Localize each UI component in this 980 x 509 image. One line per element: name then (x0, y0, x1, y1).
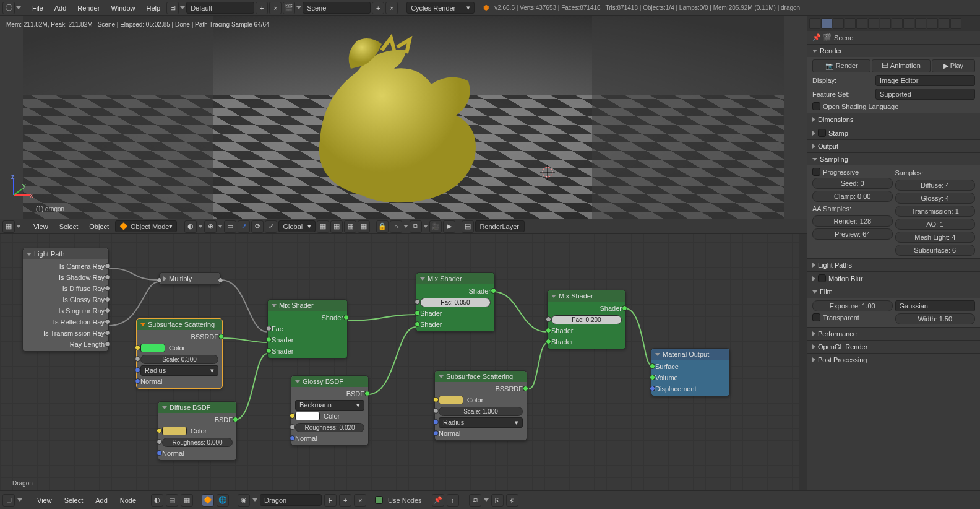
exposure-field[interactable]: Exposure: 1.00 (812, 300, 893, 311)
lock-camera-icon[interactable]: 🔒 (376, 220, 389, 233)
chevron-down-icon[interactable] (252, 498, 257, 502)
stamp-checkbox[interactable] (818, 129, 826, 137)
socket-out[interactable] (491, 288, 496, 294)
socket-out[interactable] (343, 315, 349, 320)
motionblur-checkbox[interactable] (818, 274, 826, 282)
socket-out[interactable] (105, 330, 110, 336)
socket-in[interactable] (290, 413, 295, 419)
node-mix-shader-1[interactable]: Mix Shader Shader Fac Shader Shader (267, 299, 348, 359)
tab-render-layers[interactable] (821, 18, 832, 29)
fake-user-button[interactable]: F (324, 494, 337, 507)
socket-in[interactable] (650, 375, 655, 380)
panel-film-header[interactable]: Film (807, 285, 980, 298)
transmission-samples-field[interactable]: Transmission: 1 (895, 206, 976, 217)
ne-menu-select[interactable]: Select (59, 494, 88, 507)
socket-out[interactable] (105, 319, 110, 324)
tab-world[interactable] (845, 18, 856, 29)
menu-help[interactable]: Help (142, 2, 166, 14)
scale-field[interactable]: Scale: 0.300 (140, 355, 218, 364)
socket-out[interactable] (105, 285, 110, 291)
socket-in[interactable] (546, 328, 551, 333)
tab-constraints[interactable] (868, 18, 879, 29)
orientation-select[interactable]: Global▾ (278, 220, 316, 232)
preview-samples-field[interactable]: Preview: 64 (812, 228, 893, 240)
add-layout-button[interactable]: + (256, 2, 268, 14)
tab-data[interactable] (892, 18, 903, 29)
menu-file[interactable]: File (27, 2, 48, 14)
fac-field[interactable]: Fac: 0.050 (420, 298, 491, 307)
material-icon[interactable]: ◉ (238, 494, 250, 507)
transparent-checkbox[interactable] (812, 313, 820, 321)
animation-button[interactable]: 🎞 Animation (872, 59, 930, 72)
use-nodes-checkbox[interactable] (375, 496, 383, 504)
color-swatch[interactable] (295, 412, 320, 420)
socket-out[interactable] (105, 274, 110, 280)
tab-material[interactable] (903, 18, 914, 29)
node-header[interactable]: Light Path (23, 248, 108, 259)
socket-in[interactable] (157, 277, 162, 283)
node-subsurface-scattering-2[interactable]: Subsurface Scattering BSSRDF Color Scale… (434, 370, 527, 441)
node-header[interactable]: Mix Shader (268, 300, 347, 311)
socket-out[interactable] (364, 391, 370, 396)
crumb-scene[interactable]: Scene (834, 34, 853, 41)
layer-button[interactable]: ▦ (344, 220, 356, 233)
copy-nodes-icon[interactable]: ⎘ (491, 494, 504, 507)
shading-icon[interactable]: ◐ (184, 220, 197, 233)
distribution-select[interactable]: Beckmann▾ (295, 400, 364, 411)
proportional-icon[interactable]: ○ (390, 220, 402, 233)
socket-in[interactable] (433, 397, 439, 402)
node-mix-shader-2[interactable]: Mix Shader Shader Fac: 0.050 Shader Shad… (416, 272, 495, 332)
panel-render-header[interactable]: Render (807, 45, 980, 57)
diffuse-samples-field[interactable]: Diffuse: 4 (895, 180, 976, 191)
chevron-down-icon[interactable] (16, 6, 21, 9)
play-button[interactable]: ▶ Play (932, 59, 975, 72)
socket-in[interactable] (650, 386, 655, 391)
chevron-down-icon[interactable] (16, 225, 21, 228)
manipulator-icon[interactable]: ↗ (238, 220, 250, 233)
texture-type-icon[interactable]: ▦ (181, 494, 193, 507)
display-select[interactable]: Image Editor (875, 75, 975, 86)
mode-select[interactable]: 🔶 Object Mode▾ (115, 220, 177, 232)
tab-physics[interactable] (939, 18, 950, 29)
socket-in[interactable] (546, 339, 551, 344)
socket-out[interactable] (218, 334, 224, 339)
socket-in[interactable] (135, 356, 140, 362)
chevron-down-icon[interactable] (198, 225, 203, 228)
remove-layout-button[interactable]: × (269, 2, 282, 14)
editor-type-icon[interactable]: ⊟ (2, 494, 15, 507)
socket-in[interactable] (135, 345, 140, 350)
chevron-down-icon[interactable] (17, 498, 22, 502)
panel-performance-header[interactable]: Performance (807, 328, 980, 340)
editor-type-icon[interactable]: ▦ (2, 220, 15, 233)
manipulator-icon[interactable]: ⟳ (251, 220, 264, 233)
info-icon[interactable]: ⓘ (2, 2, 15, 14)
menu-window[interactable]: Window (106, 2, 140, 14)
pin-icon[interactable]: 📌 (432, 494, 444, 507)
socket-in[interactable] (266, 326, 272, 331)
socket-in[interactable] (433, 408, 439, 414)
node-material-output[interactable]: Material Output Surface Volume Displacem… (651, 348, 730, 396)
remove-material-button[interactable]: × (354, 494, 366, 507)
node-header[interactable]: Multiply (160, 273, 220, 284)
color-swatch[interactable] (162, 427, 187, 435)
socket-in[interactable] (415, 299, 420, 305)
glossy-samples-field[interactable]: Glossy: 4 (895, 193, 976, 204)
osl-checkbox[interactable] (812, 102, 820, 110)
layout-icon[interactable]: ⊞ (166, 2, 179, 14)
filter-width-field[interactable]: Width: 1.50 (895, 313, 976, 324)
material-select[interactable]: Dragon (260, 494, 322, 506)
socket-in[interactable] (157, 450, 162, 456)
layers-icon[interactable]: ▭ (224, 220, 236, 233)
3d-viewport[interactable]: Mem: 211.82M, Peak: 211.82M | Scene | El… (0, 16, 807, 219)
panel-output-header[interactable]: Output (807, 140, 980, 152)
socket-in[interactable] (546, 316, 551, 322)
chevron-down-icon[interactable] (423, 225, 428, 228)
radius-field[interactable]: Radius▾ (439, 417, 523, 428)
node-header[interactable]: Subsurface Scattering (137, 319, 222, 330)
pivot-icon[interactable]: ⊕ (204, 220, 217, 233)
layer-button[interactable]: ▦ (317, 220, 329, 233)
progressive-checkbox[interactable] (812, 168, 820, 176)
subsurface-samples-field[interactable]: Subsurface: 6 (895, 245, 976, 256)
socket-out[interactable] (523, 386, 528, 391)
socket-in[interactable] (135, 378, 140, 384)
